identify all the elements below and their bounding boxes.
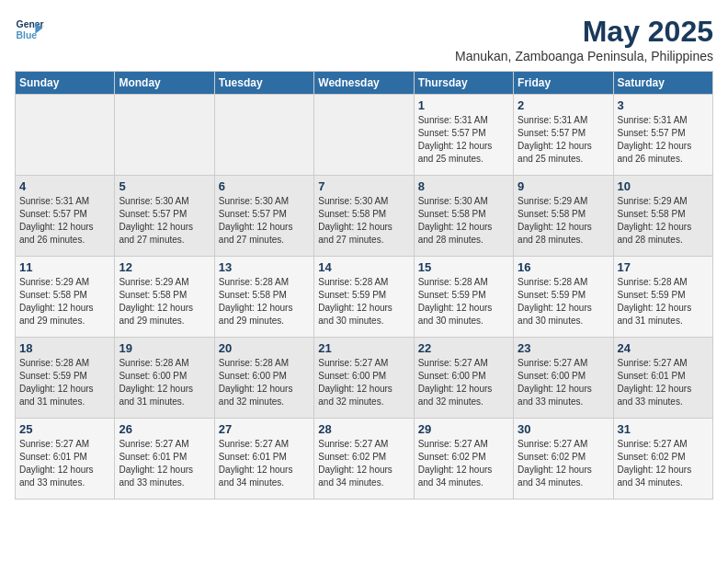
table-cell: 19Sunrise: 5:28 AM Sunset: 6:00 PM Dayli… <box>115 338 214 419</box>
day-info: Sunrise: 5:31 AM Sunset: 5:57 PM Dayligh… <box>19 195 110 247</box>
day-info: Sunrise: 5:27 AM Sunset: 6:02 PM Dayligh… <box>618 438 709 489</box>
title-block: May 2025 Manukan, Zamboanga Peninsula, P… <box>455 15 713 63</box>
table-cell: 7Sunrise: 5:30 AM Sunset: 5:58 PM Daylig… <box>314 176 414 257</box>
svg-text:Blue: Blue <box>17 30 38 40</box>
day-number: 7 <box>318 179 409 193</box>
table-cell: 11Sunrise: 5:29 AM Sunset: 5:58 PM Dayli… <box>16 257 115 338</box>
days-header-row: Sunday Monday Tuesday Wednesday Thursday… <box>16 72 713 95</box>
header-thursday: Thursday <box>414 72 513 95</box>
day-info: Sunrise: 5:28 AM Sunset: 5:59 PM Dayligh… <box>318 276 409 327</box>
week-row-1: 1Sunrise: 5:31 AM Sunset: 5:57 PM Daylig… <box>16 95 713 176</box>
day-number: 28 <box>318 422 409 436</box>
day-number: 24 <box>618 341 709 355</box>
day-number: 22 <box>418 341 509 355</box>
table-cell: 3Sunrise: 5:31 AM Sunset: 5:57 PM Daylig… <box>613 95 712 176</box>
header-monday: Monday <box>115 72 214 95</box>
day-number: 5 <box>119 179 210 193</box>
day-number: 18 <box>19 341 110 355</box>
table-cell: 18Sunrise: 5:28 AM Sunset: 5:59 PM Dayli… <box>16 338 115 419</box>
day-number: 19 <box>119 341 210 355</box>
day-number: 17 <box>618 260 709 274</box>
logo: General Blue <box>15 15 44 44</box>
day-info: Sunrise: 5:30 AM Sunset: 5:57 PM Dayligh… <box>219 195 310 247</box>
header-saturday: Saturday <box>613 72 712 95</box>
day-number: 21 <box>318 341 409 355</box>
day-number: 20 <box>219 341 310 355</box>
week-row-5: 25Sunrise: 5:27 AM Sunset: 6:01 PM Dayli… <box>16 419 713 500</box>
day-info: Sunrise: 5:30 AM Sunset: 5:57 PM Dayligh… <box>119 195 210 247</box>
table-cell: 23Sunrise: 5:27 AM Sunset: 6:00 PM Dayli… <box>514 338 613 419</box>
table-cell: 28Sunrise: 5:27 AM Sunset: 6:02 PM Dayli… <box>314 419 414 500</box>
day-number: 3 <box>618 98 709 112</box>
day-info: Sunrise: 5:27 AM Sunset: 6:00 PM Dayligh… <box>518 357 609 408</box>
table-cell: 21Sunrise: 5:27 AM Sunset: 6:00 PM Dayli… <box>314 338 414 419</box>
day-info: Sunrise: 5:31 AM Sunset: 5:57 PM Dayligh… <box>418 114 509 166</box>
day-info: Sunrise: 5:27 AM Sunset: 6:02 PM Dayligh… <box>318 438 409 489</box>
header-sunday: Sunday <box>16 72 115 95</box>
day-info: Sunrise: 5:28 AM Sunset: 5:59 PM Dayligh… <box>518 276 609 327</box>
table-cell: 6Sunrise: 5:30 AM Sunset: 5:57 PM Daylig… <box>214 176 313 257</box>
table-cell: 17Sunrise: 5:28 AM Sunset: 5:59 PM Dayli… <box>613 257 712 338</box>
day-number: 8 <box>418 179 509 193</box>
table-cell: 10Sunrise: 5:29 AM Sunset: 5:58 PM Dayli… <box>613 176 712 257</box>
header-wednesday: Wednesday <box>314 72 414 95</box>
day-info: Sunrise: 5:27 AM Sunset: 6:01 PM Dayligh… <box>219 438 310 489</box>
day-number: 10 <box>618 179 709 193</box>
day-info: Sunrise: 5:28 AM Sunset: 6:00 PM Dayligh… <box>119 357 210 408</box>
day-number: 2 <box>518 98 609 112</box>
day-number: 16 <box>518 260 609 274</box>
day-number: 12 <box>119 260 210 274</box>
day-number: 26 <box>119 422 210 436</box>
day-info: Sunrise: 5:29 AM Sunset: 5:58 PM Dayligh… <box>119 276 210 327</box>
day-info: Sunrise: 5:27 AM Sunset: 6:00 PM Dayligh… <box>418 357 509 408</box>
table-cell: 26Sunrise: 5:27 AM Sunset: 6:01 PM Dayli… <box>115 419 214 500</box>
page-header: General Blue May 2025 Manukan, Zamboanga… <box>15 15 713 63</box>
table-cell: 24Sunrise: 5:27 AM Sunset: 6:01 PM Dayli… <box>613 338 712 419</box>
week-row-4: 18Sunrise: 5:28 AM Sunset: 5:59 PM Dayli… <box>16 338 713 419</box>
day-info: Sunrise: 5:28 AM Sunset: 5:58 PM Dayligh… <box>219 276 310 327</box>
calendar-title: May 2025 <box>455 15 713 49</box>
day-info: Sunrise: 5:27 AM Sunset: 6:02 PM Dayligh… <box>518 438 609 489</box>
table-cell: 15Sunrise: 5:28 AM Sunset: 5:59 PM Dayli… <box>414 257 513 338</box>
day-info: Sunrise: 5:28 AM Sunset: 5:59 PM Dayligh… <box>19 357 110 408</box>
table-cell: 27Sunrise: 5:27 AM Sunset: 6:01 PM Dayli… <box>214 419 313 500</box>
table-cell: 30Sunrise: 5:27 AM Sunset: 6:02 PM Dayli… <box>514 419 613 500</box>
table-cell: 25Sunrise: 5:27 AM Sunset: 6:01 PM Dayli… <box>16 419 115 500</box>
day-info: Sunrise: 5:30 AM Sunset: 5:58 PM Dayligh… <box>318 195 409 247</box>
table-cell: 2Sunrise: 5:31 AM Sunset: 5:57 PM Daylig… <box>514 95 613 176</box>
day-number: 1 <box>418 98 509 112</box>
table-cell: 16Sunrise: 5:28 AM Sunset: 5:59 PM Dayli… <box>514 257 613 338</box>
table-cell: 29Sunrise: 5:27 AM Sunset: 6:02 PM Dayli… <box>414 419 513 500</box>
day-info: Sunrise: 5:27 AM Sunset: 6:01 PM Dayligh… <box>618 357 709 408</box>
table-cell: 14Sunrise: 5:28 AM Sunset: 5:59 PM Dayli… <box>314 257 414 338</box>
calendar-subtitle: Manukan, Zamboanga Peninsula, Philippine… <box>455 49 713 63</box>
day-number: 31 <box>618 422 709 436</box>
table-cell: 12Sunrise: 5:29 AM Sunset: 5:58 PM Dayli… <box>115 257 214 338</box>
table-cell <box>16 95 115 176</box>
day-info: Sunrise: 5:27 AM Sunset: 6:00 PM Dayligh… <box>318 357 409 408</box>
table-cell <box>314 95 414 176</box>
day-number: 14 <box>318 260 409 274</box>
day-number: 29 <box>418 422 509 436</box>
table-cell: 31Sunrise: 5:27 AM Sunset: 6:02 PM Dayli… <box>613 419 712 500</box>
table-cell <box>214 95 313 176</box>
table-cell: 8Sunrise: 5:30 AM Sunset: 5:58 PM Daylig… <box>414 176 513 257</box>
day-info: Sunrise: 5:30 AM Sunset: 5:58 PM Dayligh… <box>418 195 509 247</box>
table-cell: 22Sunrise: 5:27 AM Sunset: 6:00 PM Dayli… <box>414 338 513 419</box>
table-cell: 13Sunrise: 5:28 AM Sunset: 5:58 PM Dayli… <box>214 257 313 338</box>
table-cell: 4Sunrise: 5:31 AM Sunset: 5:57 PM Daylig… <box>16 176 115 257</box>
table-cell: 1Sunrise: 5:31 AM Sunset: 5:57 PM Daylig… <box>414 95 513 176</box>
day-number: 25 <box>19 422 110 436</box>
day-info: Sunrise: 5:29 AM Sunset: 5:58 PM Dayligh… <box>618 195 709 247</box>
table-cell: 20Sunrise: 5:28 AM Sunset: 6:00 PM Dayli… <box>214 338 313 419</box>
day-info: Sunrise: 5:28 AM Sunset: 6:00 PM Dayligh… <box>219 357 310 408</box>
day-info: Sunrise: 5:31 AM Sunset: 5:57 PM Dayligh… <box>618 114 709 166</box>
day-info: Sunrise: 5:31 AM Sunset: 5:57 PM Dayligh… <box>518 114 609 166</box>
day-number: 15 <box>418 260 509 274</box>
day-number: 13 <box>219 260 310 274</box>
week-row-3: 11Sunrise: 5:29 AM Sunset: 5:58 PM Dayli… <box>16 257 713 338</box>
logo-icon: General Blue <box>15 15 44 44</box>
day-number: 4 <box>19 179 110 193</box>
week-row-2: 4Sunrise: 5:31 AM Sunset: 5:57 PM Daylig… <box>16 176 713 257</box>
day-number: 30 <box>518 422 609 436</box>
